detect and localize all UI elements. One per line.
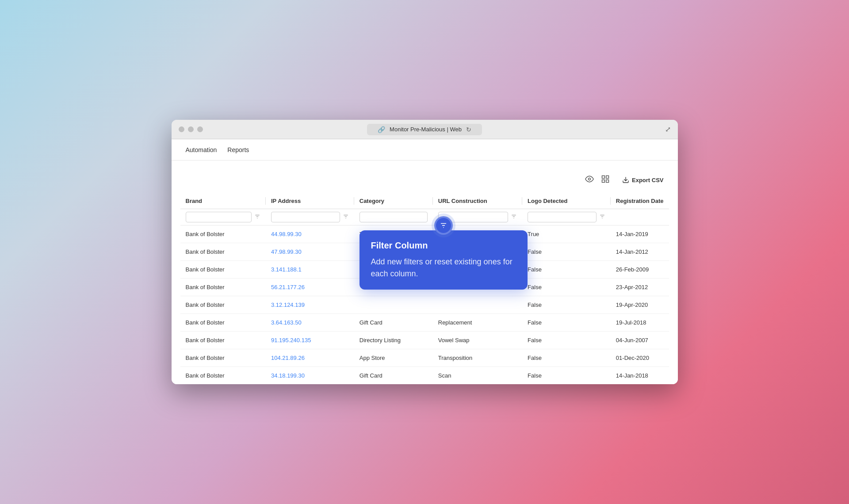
cell-logo-detected: False: [522, 367, 611, 385]
cell-reg-date: 14-Jan-2012: [611, 243, 669, 261]
url-bar: 🔗 Monitor Pre-Malicious | Web ↻: [367, 124, 482, 135]
filter-logo-input[interactable]: [528, 212, 597, 222]
cell-category: [354, 296, 433, 314]
table-row: Bank of Bolster3.64.163.50Gift CardRepla…: [180, 314, 669, 332]
cell-url-construction: Scan: [433, 367, 522, 385]
cell-category: App Store: [354, 349, 433, 367]
cell-ip: 56.21.177.26: [266, 279, 354, 296]
cell-logo-detected: False: [522, 261, 611, 279]
ip-link[interactable]: 3.64.163.50: [271, 319, 302, 326]
cell-brand: Bank of Bolster: [180, 367, 266, 385]
cell-ip: 91.195.240.135: [266, 332, 354, 349]
table-row: Bank of Bolster104.21.89.26App StoreTran…: [180, 349, 669, 367]
filter-logo-cell: [522, 209, 611, 225]
ip-link[interactable]: 56.21.177.26: [271, 284, 305, 290]
table-row: Bank of Bolster91.195.240.135Directory L…: [180, 332, 669, 349]
traffic-lights: [179, 126, 203, 132]
maximize-button[interactable]: [197, 126, 203, 132]
cell-reg-date: 04-Jun-2007: [611, 332, 669, 349]
close-button[interactable]: [179, 126, 184, 132]
filter-brand-input[interactable]: [186, 212, 252, 222]
content-area: Export CSV Brand IP Address Category: [172, 160, 678, 384]
cell-brand: Bank of Bolster: [180, 332, 266, 349]
cell-logo-detected: False: [522, 349, 611, 367]
ip-link[interactable]: 3.141.188.1: [271, 266, 302, 273]
col-category: Category: [354, 193, 433, 209]
cell-ip: 47.98.99.30: [266, 243, 354, 261]
svg-rect-2: [606, 176, 609, 178]
ip-link[interactable]: 3.12.124.139: [271, 302, 305, 308]
svg-point-0: [588, 178, 590, 180]
ip-link[interactable]: 104.21.89.26: [271, 355, 305, 361]
grid-icon[interactable]: [601, 175, 610, 186]
cell-logo-detected: False: [522, 279, 611, 296]
cell-reg-date: 14-Jan-2018: [611, 367, 669, 385]
cell-reg-date: 19-Jul-2018: [611, 314, 669, 332]
cell-ip: 44.98.99.30: [266, 225, 354, 243]
cell-brand: Bank of Bolster: [180, 279, 266, 296]
tooltip-title: Filter Column: [371, 240, 516, 251]
cell-url-construction: [433, 296, 522, 314]
cell-url-construction: Replacement: [433, 314, 522, 332]
tooltip-box: Filter Column Add new filters or reset e…: [359, 230, 528, 290]
cell-ip: 3.64.163.50: [266, 314, 354, 332]
tooltip-body: Add new filters or reset existing ones f…: [371, 256, 516, 280]
filter-ip-icon[interactable]: [343, 214, 349, 221]
col-url-construction: URL Construction: [433, 193, 522, 209]
nav-reports[interactable]: Reports: [222, 139, 254, 160]
cell-category: Gift Card: [354, 367, 433, 385]
svg-rect-4: [602, 179, 604, 182]
table-row: Bank of Bolster34.18.199.30Gift CardScan…: [180, 367, 669, 385]
cell-ip: 104.21.89.26: [266, 349, 354, 367]
col-logo-detected: Logo Detected: [522, 193, 611, 209]
ip-link[interactable]: 34.18.199.30: [271, 372, 305, 379]
cell-ip: 3.141.188.1: [266, 261, 354, 279]
filter-logo-icon[interactable]: [599, 214, 605, 221]
filter-ip-cell: [266, 209, 354, 225]
eye-icon[interactable]: [585, 175, 594, 186]
cell-brand: Bank of Bolster: [180, 243, 266, 261]
cell-ip: 3.12.124.139: [266, 296, 354, 314]
cell-reg-date: 26-Feb-2009: [611, 261, 669, 279]
svg-rect-3: [606, 179, 609, 182]
table-header-row: Brand IP Address Category URL Constructi…: [180, 193, 669, 209]
cell-brand: Bank of Bolster: [180, 225, 266, 243]
toolbar: Export CSV: [180, 169, 669, 193]
tooltip-trigger[interactable]: [434, 216, 453, 235]
col-ip-address: IP Address: [266, 193, 354, 209]
cell-logo-detected: False: [522, 332, 611, 349]
data-table-wrapper: Brand IP Address Category URL Constructi…: [180, 193, 669, 384]
expand-icon[interactable]: ⤢: [665, 125, 671, 134]
link-icon: 🔗: [378, 126, 385, 133]
export-label: Export CSV: [632, 177, 664, 183]
cell-brand: Bank of Bolster: [180, 261, 266, 279]
minimize-button[interactable]: [188, 126, 194, 132]
nav-automation[interactable]: Automation: [180, 139, 222, 160]
export-csv-button[interactable]: Export CSV: [617, 174, 669, 186]
table-row: Bank of Bolster3.12.124.139False19-Apr-2…: [180, 296, 669, 314]
cell-reg-date: 23-Apr-2012: [611, 279, 669, 296]
col-brand: Brand: [180, 193, 266, 209]
ip-link[interactable]: 47.98.99.30: [271, 248, 302, 255]
title-bar: 🔗 Monitor Pre-Malicious | Web ↻ ⤢: [172, 120, 678, 139]
svg-rect-1: [602, 176, 604, 178]
cell-category: Directory Listing: [354, 332, 433, 349]
refresh-icon[interactable]: ↻: [466, 126, 471, 133]
filter-column-tooltip: Filter Column Add new filters or reset e…: [359, 216, 528, 290]
ip-link[interactable]: 44.98.99.30: [271, 231, 302, 237]
filter-ip-input[interactable]: [271, 212, 340, 222]
cell-url-construction: Transposition: [433, 349, 522, 367]
filter-date-cell: [611, 209, 669, 225]
ip-link[interactable]: 91.195.240.135: [271, 337, 311, 344]
cell-brand: Bank of Bolster: [180, 314, 266, 332]
cell-category: Gift Card: [354, 314, 433, 332]
cell-url-construction: Vowel Swap: [433, 332, 522, 349]
url-text: Monitor Pre-Malicious | Web: [390, 126, 462, 133]
app-window: 🔗 Monitor Pre-Malicious | Web ↻ ⤢ Automa…: [172, 120, 678, 384]
cell-reg-date: 19-Apr-2020: [611, 296, 669, 314]
cell-brand: Bank of Bolster: [180, 296, 266, 314]
filter-brand-cell: [180, 209, 266, 225]
cell-brand: Bank of Bolster: [180, 349, 266, 367]
cell-reg-date: 14-Jan-2019: [611, 225, 669, 243]
filter-brand-icon[interactable]: [254, 214, 260, 221]
